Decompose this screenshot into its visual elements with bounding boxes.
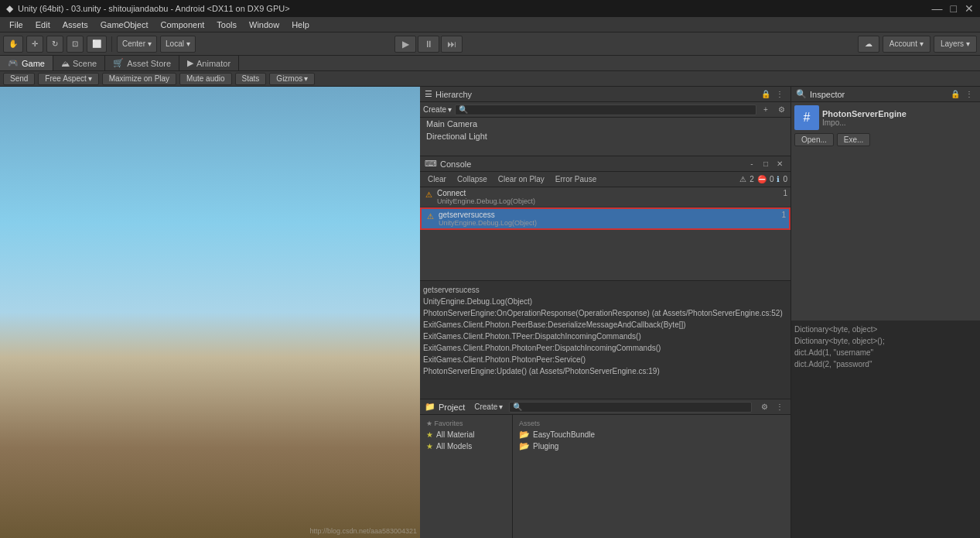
toolbar-right: ☁ Account ▾ Layers ▾: [858, 36, 977, 53]
asset-label-1: Pluging: [533, 442, 558, 451]
game-tab-label: Game: [22, 59, 45, 68]
project-icon: 📁: [425, 402, 435, 412]
hierarchy-options-button[interactable]: ⚙: [775, 104, 787, 116]
center-button[interactable]: Center ▾: [117, 36, 157, 53]
inspector-title: Inspector: [810, 90, 845, 99]
star-icon: ★: [426, 420, 432, 427]
project-create-btn[interactable]: Create: [474, 403, 497, 411]
inspector-content: # PhotonServerEngine Impo... Open... Exe…: [791, 102, 980, 320]
rotate-tool-button[interactable]: ↻: [46, 36, 63, 53]
hierarchy-create-label: Create: [423, 105, 446, 114]
detail-line-2: PhotonServerEngine:OnOperationResponse(O…: [423, 307, 787, 319]
maximize-on-play-button[interactable]: Maximize on Play: [102, 73, 176, 85]
console-detail: getserversucess UnityEngine.Debug.Log(Ob…: [420, 280, 790, 399]
pause-button[interactable]: ⏸: [418, 36, 439, 53]
console-panel: ⌨ Console - □ ✕ Clear Collapse Clear on …: [420, 156, 791, 399]
tab-game[interactable]: 🎮 Game: [0, 56, 53, 70]
play-button[interactable]: ▶: [394, 36, 416, 53]
info-badge: ℹ: [777, 175, 780, 183]
inspector-menu-button[interactable]: ⋮: [963, 88, 975, 101]
gizmos-button[interactable]: Gizmos ▾: [269, 73, 315, 85]
account-button[interactable]: Account ▾: [883, 36, 930, 53]
menu-component[interactable]: Component: [154, 17, 210, 32]
clear-on-play-button[interactable]: Clear on Play: [493, 173, 549, 186]
asset-easytouchbundle[interactable]: 📂 EasyTouchBundle: [516, 429, 787, 440]
console-header-actions: - □ ✕: [746, 158, 786, 170]
detail-line-7: PhotonServerEngine:Update() (at Assets/P…: [423, 365, 787, 377]
hierarchy-item-directional-light[interactable]: Directional Light: [420, 130, 790, 142]
menu-gameobject[interactable]: GameObject: [94, 17, 155, 32]
inspector-lock-button[interactable]: 🔒: [949, 88, 961, 101]
fav-all-models[interactable]: ★ All Models: [423, 440, 509, 452]
console-toolbar: Clear Collapse Clear on Play Error Pause…: [420, 172, 790, 187]
menu-file[interactable]: File: [3, 17, 29, 32]
title-bar: ◆ Unity (64bit) - 03.unity - shitoujiand…: [0, 0, 980, 17]
hierarchy-item-main-camera[interactable]: Main Camera: [420, 118, 790, 130]
project-title: Project: [439, 403, 465, 412]
stats-button[interactable]: Stats: [235, 73, 267, 85]
aspect-ratio-button[interactable]: Free Aspect ▾: [38, 73, 98, 85]
play-controls: ▶ ⏸ ⏭: [394, 36, 463, 53]
hierarchy-create-button[interactable]: Create ▾: [423, 105, 452, 114]
menu-help[interactable]: Help: [285, 17, 316, 32]
game-tab-icon: 🎮: [8, 58, 19, 68]
hierarchy-menu-button[interactable]: ⋮: [773, 88, 786, 101]
tab-scene[interactable]: ⛰ Scene: [53, 56, 105, 70]
inspector-exec-button[interactable]: Exe...: [837, 133, 871, 146]
asset-store-tab-icon: 🛒: [113, 58, 124, 68]
inspector-script-sub: Impo...: [822, 118, 907, 127]
move-tool-button[interactable]: ✛: [26, 36, 43, 53]
cloud-button[interactable]: ☁: [858, 36, 879, 53]
inspector-actions: Open... Exe...: [794, 133, 977, 146]
project-options-button[interactable]: ⚙: [758, 401, 770, 413]
hierarchy-toolbar: Create ▾ + ⚙: [420, 102, 790, 118]
menu-window[interactable]: Window: [243, 17, 285, 32]
step-button[interactable]: ⏭: [441, 36, 463, 53]
game-view: http://blog.csdn.net/aaa583004321: [0, 87, 420, 538]
collapse-button[interactable]: Collapse: [452, 173, 492, 186]
menu-assets[interactable]: Assets: [56, 17, 94, 32]
send-button[interactable]: Send: [3, 73, 35, 85]
tab-asset-store[interactable]: 🛒 Asset Store: [105, 56, 179, 70]
console-lock-button[interactable]: -: [746, 158, 758, 170]
folder-icon-0: 📂: [519, 430, 530, 440]
hierarchy-lock-button[interactable]: 🔒: [760, 88, 772, 101]
rect-tool-button[interactable]: ⬜: [87, 36, 107, 53]
scale-tool-button[interactable]: ⊡: [67, 36, 84, 53]
hand-tool-button[interactable]: ✋: [3, 36, 23, 53]
msg-sub-1: UnityEngine.Debug.Log(Object): [439, 219, 770, 227]
watermark: http://blog.csdn.net/aaa583004321: [309, 527, 417, 535]
clear-button[interactable]: Clear: [423, 173, 451, 186]
layers-button[interactable]: Layers ▾: [934, 36, 977, 53]
hierarchy-directional-light-label: Directional Light: [426, 132, 487, 141]
maximize-icon: □: [951, 2, 957, 15]
hierarchy-search-button[interactable]: +: [760, 104, 772, 116]
inspector-script-name: PhotonServerEngine: [822, 109, 907, 118]
warn-badge: ⚠: [739, 175, 746, 183]
console-msg-1[interactable]: ⚠ getserversucess UnityEngine.Debug.Log(…: [420, 207, 790, 230]
detail-line-6: ExitGames.Client.Photon.PhotonPeer:Servi…: [423, 354, 787, 365]
detail-line-1: UnityEngine.Debug.Log(Object): [423, 296, 787, 307]
hierarchy-actions: 🔒 ⋮: [760, 88, 786, 101]
menu-tools[interactable]: Tools: [210, 17, 243, 32]
menu-edit[interactable]: Edit: [29, 17, 56, 32]
hierarchy-search-input[interactable]: [455, 105, 756, 115]
toolbar-sep-1: [111, 36, 112, 52]
console-maximize-button[interactable]: □: [760, 158, 772, 170]
chevron-down-icon-2: ▾: [186, 39, 190, 48]
local-button[interactable]: Local ▾: [160, 36, 196, 53]
chevron-down-icon-4: ▾: [966, 39, 970, 48]
asset-pluging[interactable]: 📂 Pluging: [516, 440, 787, 452]
project-menu-button[interactable]: ⋮: [773, 401, 786, 413]
project-search-input[interactable]: [509, 402, 752, 413]
account-label: Account: [890, 39, 917, 48]
animator-tab-label: Animator: [196, 59, 230, 68]
tab-animator[interactable]: ▶ Animator: [179, 56, 239, 70]
error-pause-button[interactable]: Error Pause: [551, 173, 601, 186]
fav-all-material[interactable]: ★ All Material: [423, 429, 509, 440]
console-close-button[interactable]: ✕: [773, 158, 786, 170]
console-msg-0[interactable]: ⚠ Connect UnityEngine.Debug.Log(Object) …: [420, 187, 790, 207]
mute-audio-button[interactable]: Mute audio: [179, 73, 231, 85]
inspector-open-button[interactable]: Open...: [794, 133, 834, 146]
fav-models-label: All Models: [436, 442, 472, 451]
